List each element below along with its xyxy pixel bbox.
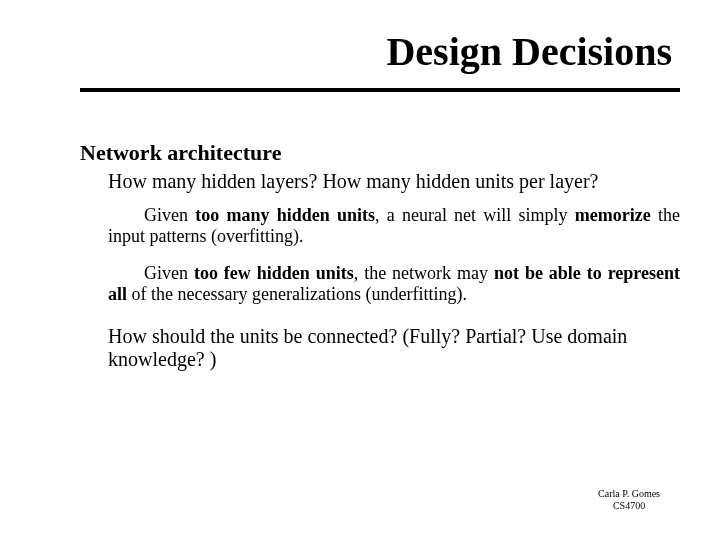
text-bold: memorize: [575, 205, 651, 225]
footer-course: CS4700: [598, 500, 660, 512]
text: , the network may: [354, 263, 494, 283]
text-bold: too many hidden units: [195, 205, 375, 225]
slide: Design Decisions Network architecture Ho…: [0, 0, 720, 540]
slide-content: Network architecture How many hidden lay…: [80, 140, 680, 371]
footer: Carla P. Gomes CS4700: [598, 488, 660, 512]
title-divider: [80, 88, 680, 92]
paragraph-underfitting: Given too few hidden units, the network …: [108, 263, 680, 305]
paragraph-overfitting: Given too many hidden units, a neural ne…: [108, 205, 680, 247]
text: of the necessary generalizations (underf…: [127, 284, 467, 304]
text-bold: too few hidden units: [194, 263, 354, 283]
question-layers: How many hidden layers? How many hidden …: [108, 170, 680, 193]
text: Given: [144, 263, 194, 283]
text: Given: [144, 205, 195, 225]
question-connectivity: How should the units be connected? (Full…: [108, 325, 680, 371]
section-heading: Network architecture: [80, 140, 680, 166]
slide-title: Design Decisions: [386, 28, 672, 75]
text: , a neural net will simply: [375, 205, 575, 225]
footer-author: Carla P. Gomes: [598, 488, 660, 500]
